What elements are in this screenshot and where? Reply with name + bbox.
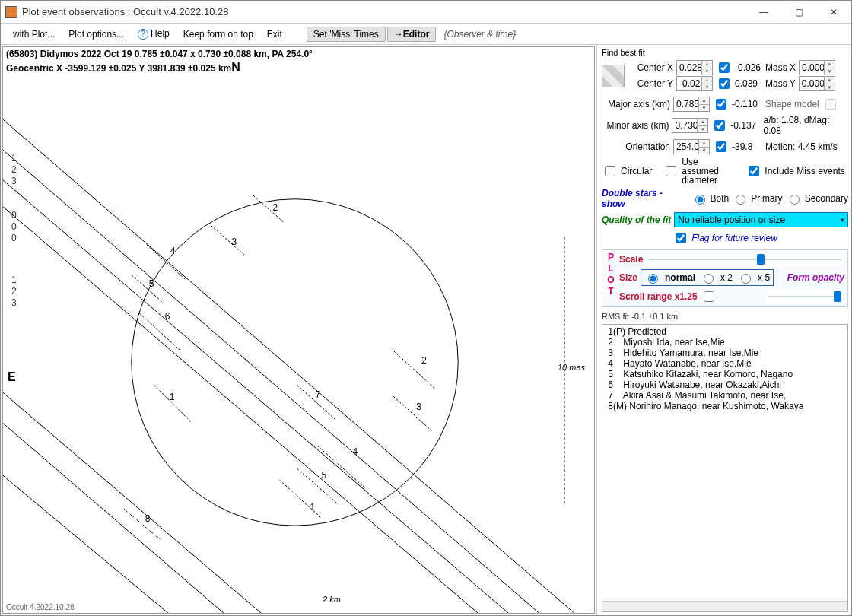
- north-letter: N: [231, 61, 240, 74]
- fit-run-button[interactable]: [602, 65, 625, 87]
- ds-primary-radio[interactable]: [736, 195, 746, 205]
- svg-text:6: 6: [165, 311, 170, 322]
- svg-line-16: [393, 351, 435, 389]
- svg-text:3: 3: [232, 237, 237, 247]
- assumed-diam-chk[interactable]: [666, 166, 676, 176]
- minimize-button[interactable]: —: [746, 1, 781, 23]
- orient-chk[interactable]: [716, 141, 726, 152]
- circular-chk[interactable]: [605, 166, 615, 176]
- minor-chk[interactable]: [714, 120, 725, 131]
- plot-area[interactable]: 2 3 4 5 6 1 2 3 7 4 5 1 8 123 000: [2, 46, 595, 614]
- svg-text:1: 1: [170, 392, 175, 402]
- scale-2km: 2 km: [323, 595, 341, 604]
- quality-label: Quality of the fit: [602, 214, 671, 225]
- svg-text:0: 0: [11, 210, 17, 221]
- set-miss-times-button[interactable]: Set 'Miss' Times: [307, 27, 386, 42]
- help-icon: ?: [138, 29, 148, 40]
- svg-text:1: 1: [11, 275, 17, 285]
- massy-label: Mass Y: [765, 78, 796, 89]
- centery-chk[interactable]: [719, 78, 730, 89]
- window-title: Plot event observations : Occult v.4.202…: [22, 6, 746, 17]
- major-chk[interactable]: [716, 99, 726, 110]
- include-miss-chk[interactable]: [749, 166, 759, 176]
- observer-list-scrollbar[interactable]: [602, 601, 847, 611]
- massx-input[interactable]: 0.000▲▼: [799, 60, 835, 75]
- menu-plot-options[interactable]: Plot options...: [62, 27, 130, 42]
- major-input[interactable]: 0.785▲▼: [673, 97, 710, 112]
- svg-text:2: 2: [421, 355, 427, 366]
- ds-both-radio[interactable]: [695, 195, 705, 205]
- ds-secondary-label: Secondary: [805, 193, 848, 204]
- centerx-chk[interactable]: [719, 62, 730, 73]
- svg-line-7: [3, 449, 246, 613]
- to-editor-button[interactable]: →Editor: [387, 27, 437, 42]
- svg-text:5: 5: [321, 470, 326, 481]
- plot-subtitle: Geocentric X -3599.129 ±0.025 Y 3981.839…: [6, 63, 231, 74]
- svg-line-12: [147, 245, 185, 279]
- ds-secondary-radio[interactable]: [790, 195, 800, 205]
- minor-input[interactable]: 0.730▲▼: [672, 118, 708, 133]
- svg-line-3: [3, 154, 557, 613]
- svg-line-4: [3, 180, 526, 613]
- rms-fit: RMS fit -0.1 ±0.1 km: [602, 312, 848, 321]
- orient-delta: -39.8: [732, 141, 762, 152]
- maximize-button[interactable]: ▢: [781, 1, 816, 23]
- east-letter: E: [8, 370, 16, 384]
- svg-text:2: 2: [11, 164, 17, 175]
- observer-time[interactable]: {Observer & time}: [437, 27, 522, 42]
- centery-input[interactable]: -0.023▲▼: [676, 76, 713, 91]
- menu-help[interactable]: ?Help: [132, 26, 176, 42]
- scroll-range-label: Scroll range x1.25: [619, 291, 698, 302]
- ds-primary-label: Primary: [751, 193, 782, 204]
- svg-line-13: [132, 275, 162, 302]
- watermark: Occult 4.2022.10.28: [6, 603, 75, 611]
- svg-line-21: [280, 480, 322, 518]
- scroll-range-chk[interactable]: [704, 291, 714, 302]
- flag-review-chk[interactable]: [676, 233, 686, 243]
- massy-input[interactable]: 0.000▲▼: [799, 76, 835, 91]
- svg-line-2: [3, 123, 587, 613]
- quality-select[interactable]: No reliable position or size: [674, 212, 848, 227]
- size-x2-radio[interactable]: [704, 274, 714, 284]
- plot-svg: 2 3 4 5 6 1 2 3 7 4 5 1 8 123 000: [3, 47, 594, 613]
- plot-header: (65803) Didymos 2022 Oct 19 0.785 ±0.047…: [6, 49, 313, 75]
- centery-delta: 0.039: [735, 78, 762, 89]
- menu-with-plot[interactable]: with Plot...: [7, 27, 61, 42]
- massx-label: Mass X: [765, 62, 796, 73]
- plot-config-panel: PLOT Scale Size normal x 2 x 5 Form opac…: [602, 249, 848, 307]
- svg-text:5: 5: [149, 278, 154, 289]
- svg-text:0: 0: [11, 233, 17, 243]
- svg-text:1: 1: [310, 502, 315, 513]
- size-x2-label: x 2: [720, 272, 733, 283]
- size-normal-radio[interactable]: [648, 274, 658, 284]
- svg-text:8: 8: [145, 513, 151, 524]
- scale-slider[interactable]: [647, 252, 843, 266]
- plot-title: (65803) Didymos 2022 Oct 19 0.785 ±0.047…: [6, 49, 313, 60]
- major-label: Major axis (km): [602, 99, 670, 110]
- size-x5-label: x 5: [758, 272, 770, 283]
- menu-help-label: Help: [151, 28, 170, 39]
- svg-line-19: [317, 446, 364, 487]
- svg-line-20: [297, 468, 337, 503]
- svg-text:0: 0: [11, 221, 17, 232]
- menu-keep-on-top[interactable]: Keep form on top: [177, 27, 259, 42]
- centerx-input[interactable]: 0.028▲▼: [676, 60, 713, 75]
- ds-both-label: Both: [711, 193, 730, 204]
- opacity-slider[interactable]: [767, 290, 843, 303]
- circular-label: Circular: [621, 166, 652, 176]
- svg-text:3: 3: [11, 297, 17, 308]
- menu-exit[interactable]: Exit: [261, 27, 288, 42]
- centerx-delta: -0.026: [735, 62, 762, 73]
- scale-label: Scale: [619, 254, 643, 265]
- flag-review-label: Flag for future review: [691, 233, 777, 243]
- close-button[interactable]: ✕: [816, 1, 851, 23]
- svg-line-6: [3, 396, 299, 613]
- orient-input[interactable]: 254.0▲▼: [673, 139, 710, 154]
- svg-text:4: 4: [170, 246, 176, 256]
- find-best-fit-label: Find best fit: [602, 48, 848, 57]
- size-x5-radio[interactable]: [741, 274, 751, 284]
- svg-text:7: 7: [315, 389, 320, 400]
- major-delta: -0.110: [732, 99, 762, 110]
- motion-label: Motion: 4.45 km/s: [765, 141, 838, 152]
- observer-list[interactable]: 1(P) Predicted 2 Miyoshi Ida, near Ise,M…: [602, 324, 848, 612]
